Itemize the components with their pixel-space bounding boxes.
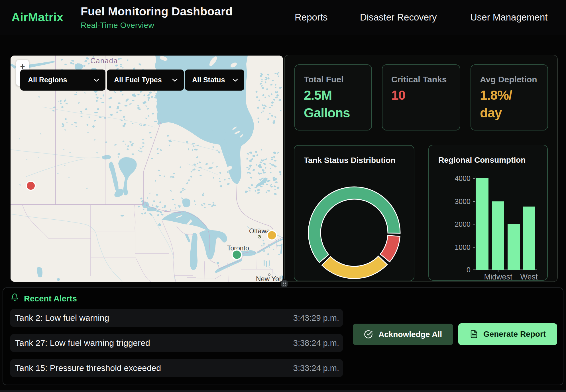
svg-text:Canada: Canada: [90, 57, 118, 65]
svg-text:1000: 1000: [455, 243, 471, 251]
svg-text:0: 0: [467, 266, 471, 274]
svg-text:West: West: [520, 273, 538, 281]
svg-text:Midwest: Midwest: [484, 273, 512, 281]
svg-text:3000: 3000: [455, 197, 471, 205]
svg-text:4000: 4000: [455, 174, 471, 182]
svg-text:2000: 2000: [455, 220, 471, 228]
svg-text:New York: New York: [256, 275, 283, 282]
svg-text:Ottawa: Ottawa: [249, 227, 270, 235]
